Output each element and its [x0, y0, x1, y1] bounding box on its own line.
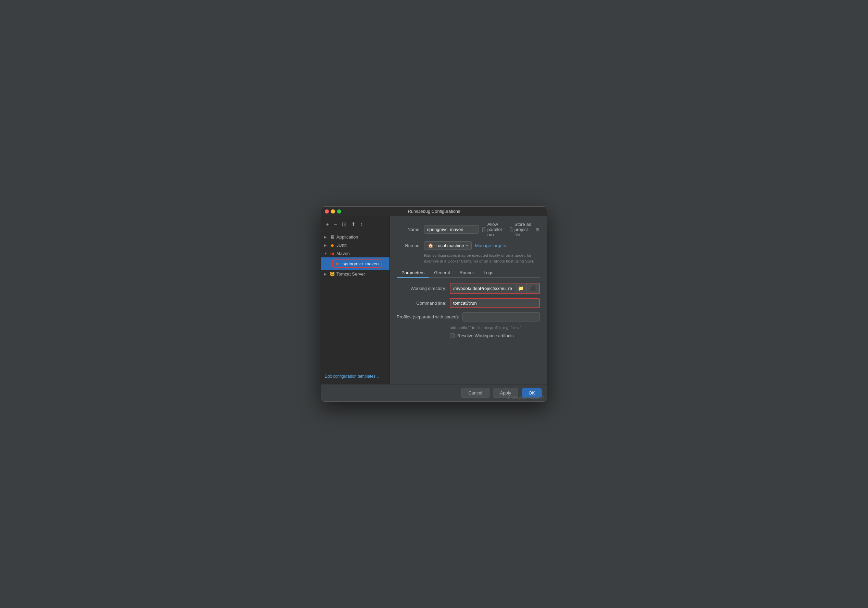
run-hint-text: Run configurations may be executed local…: [424, 253, 540, 264]
arrow-icon: ▼: [324, 252, 328, 255]
edit-templates-link[interactable]: Edit configuration templates...: [325, 374, 379, 379]
remove-config-button[interactable]: −: [333, 221, 338, 228]
sidebar-item-label: Maven: [336, 251, 387, 256]
copy-config-button[interactable]: ⊡: [341, 220, 347, 228]
home-icon: 🏠: [428, 243, 433, 248]
allow-parallel-checkbox[interactable]: [482, 227, 485, 232]
run-on-dropdown[interactable]: 🏠 Local machine ▾: [424, 241, 472, 250]
run-on-row: Run on: 🏠 Local machine ▾ Manage targets…: [397, 241, 540, 250]
name-row: Name: Allow parallel run Store as projec…: [397, 222, 540, 237]
main-content: + − ⊡ ⬆ ↕ ▶ 🖥 Application ▶ ◆ JUnit: [321, 216, 547, 384]
application-icon: 🖥: [330, 234, 335, 239]
resolve-checkbox[interactable]: [450, 333, 454, 338]
junit-icon: ◆: [330, 242, 335, 248]
command-line-input-wrap: [450, 298, 540, 308]
watermark: CSDN @sweetheart1-7: [508, 396, 544, 400]
arrow-icon: ▶: [324, 235, 328, 239]
cancel-button[interactable]: Cancel: [461, 388, 489, 398]
maven-item-icon: m: [335, 261, 341, 266]
gear-icon[interactable]: ⚙: [535, 227, 540, 232]
command-line-label: Command line:: [397, 300, 446, 306]
minimize-button[interactable]: [331, 209, 335, 213]
window-controls[interactable]: [325, 209, 341, 213]
local-machine-label: Local machine: [436, 243, 464, 248]
resolve-row: Resolve Workspace artifacts: [450, 333, 540, 338]
tab-general[interactable]: General: [429, 268, 454, 278]
arrow-icon: ▶: [324, 243, 328, 247]
profiles-label: Profiles (separated with space):: [397, 314, 459, 319]
store-as-project-container: Store as project file ⚙: [510, 222, 540, 237]
sidebar-footer: Edit configuration templates...: [321, 370, 389, 382]
name-input[interactable]: [424, 225, 479, 234]
tab-parameters[interactable]: Parameters: [397, 268, 429, 278]
store-as-project-label: Store as project file: [515, 222, 533, 237]
sidebar-item-label: JUnit: [336, 243, 387, 248]
browse-folder-button[interactable]: 📁: [515, 284, 527, 293]
run-on-label: Run on:: [397, 243, 421, 248]
arrow-icon: ▶: [324, 272, 328, 276]
sidebar-item-application[interactable]: ▶ 🖥 Application: [321, 233, 389, 241]
sidebar-item-label: Application: [336, 235, 387, 239]
browse-variables-button[interactable]: ⬛: [527, 283, 539, 293]
manage-targets-link[interactable]: Manage targets...: [475, 243, 510, 248]
sidebar-item-label: springmvc_maven: [343, 261, 379, 266]
store-as-project-checkbox[interactable]: [510, 227, 512, 232]
tab-parameters-content: Working directory: 📁 ⬛ Command line:: [397, 283, 540, 338]
maven-icon: m: [330, 250, 335, 256]
profiles-row: Profiles (separated with space):: [397, 312, 540, 322]
sidebar: + − ⊡ ⬆ ↕ ▶ 🖥 Application ▶ ◆ JUnit: [321, 216, 390, 384]
sidebar-toolbar: + − ⊡ ⬆ ↕: [321, 218, 389, 231]
sort-config-button[interactable]: ↕: [359, 221, 364, 228]
command-line-input[interactable]: [450, 299, 539, 308]
maximize-button[interactable]: [337, 209, 341, 213]
working-directory-row: Working directory: 📁 ⬛: [397, 283, 540, 294]
sidebar-tree: ▶ 🖥 Application ▶ ◆ JUnit ▼ m Maven: [321, 231, 389, 370]
sidebar-item-tomcat[interactable]: ▶ 🐱 Tomcat Server: [321, 270, 389, 278]
command-line-row: Command line:: [397, 298, 540, 308]
resolve-label: Resolve Workspace artifacts: [457, 333, 514, 338]
sidebar-item-maven[interactable]: ▼ m Maven: [321, 249, 389, 257]
working-directory-input-wrap: 📁 ⬛: [450, 283, 540, 294]
allow-parallel-label: Allow parallel run: [487, 222, 506, 237]
tab-runner[interactable]: Runner: [454, 268, 479, 278]
titlebar: Run/Debug Configurations: [321, 207, 547, 216]
profiles-hint: add prefix '-' to disable profile, e.g. …: [450, 326, 540, 330]
close-button[interactable]: [325, 209, 329, 213]
chevron-down-icon: ▾: [466, 244, 468, 247]
profiles-input[interactable]: [463, 313, 539, 321]
move-config-button[interactable]: ⬆: [350, 220, 356, 228]
tabs-container: Parameters General Runner Logs: [397, 268, 540, 278]
window-title: Run/Debug Configurations: [408, 209, 460, 214]
allow-parallel-container: Allow parallel run: [482, 222, 506, 237]
working-directory-label: Working directory:: [397, 286, 446, 291]
sidebar-item-junit[interactable]: ▶ ◆ JUnit: [321, 241, 389, 249]
sidebar-item-springmvc-maven[interactable]: m springmvc_maven: [321, 257, 389, 270]
tomcat-icon: 🐱: [330, 271, 335, 277]
tab-logs[interactable]: Logs: [479, 268, 498, 278]
working-directory-input[interactable]: [450, 284, 515, 293]
sidebar-item-label: Tomcat Server: [336, 271, 387, 277]
add-config-button[interactable]: +: [325, 221, 330, 228]
profiles-input-wrap: [462, 312, 540, 322]
right-panel: Name: Allow parallel run Store as projec…: [390, 216, 547, 384]
name-label: Name:: [397, 227, 421, 232]
